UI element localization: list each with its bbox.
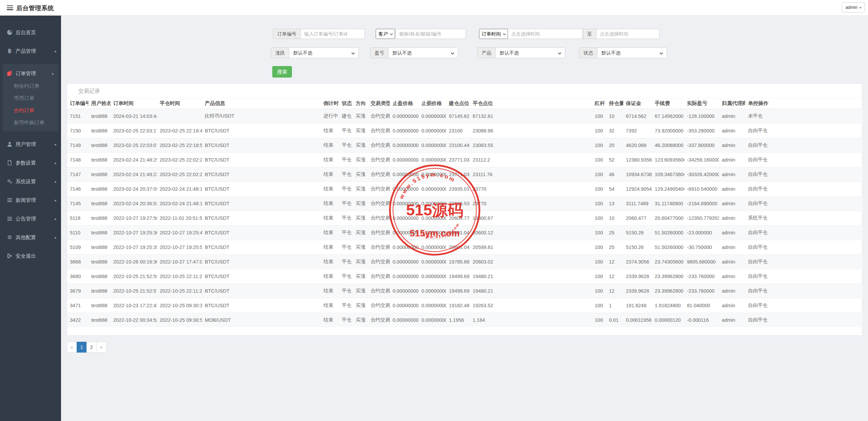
sidebar-subitem[interactable]: 币币订单	[3, 92, 58, 104]
table-cell: 结束	[321, 138, 339, 152]
table-row: 7145test8882023-02-24 20:36:532023-02-24…	[67, 196, 863, 211]
table-cell: 0.00000120	[652, 313, 684, 327]
updown-select[interactable]: 默认不选	[289, 47, 359, 58]
menu-icon[interactable]	[7, 5, 13, 10]
product-link[interactable]: MOB/USDT	[202, 313, 321, 327]
product-link[interactable]: BTC/USDT	[202, 138, 321, 152]
product-link[interactable]: BTC/USDT	[202, 269, 321, 283]
table-cell: 买涨	[353, 313, 368, 327]
table-cell: -233.760000	[684, 283, 719, 298]
sidebar-item-2[interactable]: ฿产品管理▸	[0, 45, 61, 57]
table-cell: 合约交易	[368, 283, 390, 298]
table-cell: 20	[606, 138, 623, 152]
sidebar-item-4[interactable]: 用户管理▸	[0, 139, 61, 150]
order-no-input[interactable]	[300, 29, 365, 39]
product-link[interactable]: BTC/USDT	[202, 240, 321, 254]
table-cell: 合约交易	[368, 109, 390, 123]
table-cell: 2023-02-24 21:48:13	[157, 182, 202, 196]
table-cell: 2023-02-25 22:02:22	[157, 152, 202, 167]
table-cell: 0.00000000	[419, 123, 446, 138]
table-cell: 10	[606, 211, 623, 225]
table-cell: admin	[719, 167, 745, 182]
table-cell: 100	[592, 138, 606, 152]
table-cell: admin	[719, 196, 745, 211]
table-cell: 2023-02-25 22:18:48	[157, 123, 202, 138]
table-cell: 2022-10-27 19:25:36	[111, 225, 157, 240]
table-cell: 12	[606, 254, 623, 269]
table-cell: 结束	[321, 313, 339, 327]
table-cell: 100	[592, 254, 606, 269]
status-label: 状态	[579, 47, 597, 58]
sidebar-item-9[interactable]: 其他配置▸	[0, 232, 61, 243]
time-start-input[interactable]	[508, 29, 583, 39]
product-link[interactable]: BTC/USDT	[202, 211, 321, 225]
table-cell: 2023-02-25 22:03:17	[111, 123, 157, 138]
table-cell: 23771.03	[446, 152, 470, 167]
order-no-group: 订单编号	[273, 29, 365, 39]
table-cell: 2022-10-27 17:47:09	[157, 254, 202, 269]
sidebar-item-label: 订单管理	[16, 70, 36, 76]
profit-select[interactable]: 默认不选	[388, 47, 458, 58]
sidebar-item-8[interactable]: 公告管理▸	[0, 213, 61, 225]
table-cell: 0.00000000	[390, 211, 419, 225]
sidebar-subitem-active[interactable]: 合约订单	[3, 104, 58, 117]
table-cell: -128.100000	[684, 109, 719, 123]
keyword-input[interactable]	[396, 29, 466, 39]
sidebar-item-5[interactable]: 参数设置▸	[0, 157, 61, 169]
table-cell: 13	[606, 196, 623, 211]
table-cell: 100	[592, 283, 606, 298]
product-link[interactable]: BTC/USDT	[202, 152, 321, 167]
product-link[interactable]: BTC/USDT	[202, 196, 321, 211]
table-row: 7146test8882023-02-24 20:37:092023-02-24…	[67, 182, 863, 196]
sidebar-subitem[interactable]: 秒合约订单	[3, 80, 58, 92]
admin-dropdown[interactable]: admin▾	[842, 2, 865, 13]
product-link[interactable]: 比特币/USDT	[202, 109, 321, 123]
table-cell: 0.00000000	[419, 182, 446, 196]
table-cell: 100	[592, 240, 606, 254]
sidebar-subitem[interactable]: 新币申购订单	[3, 117, 58, 129]
status-select[interactable]: 默认不选	[597, 47, 667, 58]
table-cell: 0.00000000	[419, 283, 446, 298]
chevron-right-icon: ▸	[55, 194, 57, 206]
product-link[interactable]: BTC/USDT	[202, 254, 321, 269]
table-cell: 买涨	[353, 283, 368, 298]
table-cell: 7151	[67, 109, 88, 123]
product-link[interactable]: BTC/USDT	[202, 182, 321, 196]
sidebar-item-1[interactable]: 后台首页	[0, 27, 61, 38]
product-link[interactable]: BTC/USDT	[202, 225, 321, 240]
chevron-right-icon: ▸	[55, 213, 57, 225]
table-cell: 自由平仓	[745, 225, 863, 240]
page-button[interactable]: «	[67, 342, 77, 353]
page-button-active[interactable]: 1	[77, 342, 87, 353]
sidebar-item-10[interactable]: 安全退出	[0, 250, 61, 262]
table-cell: 平仓	[339, 254, 353, 269]
product-link[interactable]: BTC/USDT	[202, 167, 321, 182]
product-link[interactable]: BTC/USDT	[202, 283, 321, 298]
table-cell: 2023-02-24 20:37:09	[111, 182, 157, 196]
product-link[interactable]: BTC/USDT	[202, 298, 321, 313]
page-button[interactable]: »	[96, 342, 106, 353]
table-cell: 自由平仓	[745, 254, 863, 269]
table-cell: test888	[88, 313, 111, 327]
table-cell: -34259.160000	[684, 152, 719, 167]
sidebar-item-7[interactable]: 新闻管理▸	[0, 194, 61, 206]
product-link[interactable]: BTC/USDT	[202, 123, 321, 138]
table-cell: 19785.88	[446, 254, 470, 269]
table-cell: 结束	[321, 182, 339, 196]
time-type-select[interactable]: 订单时间	[479, 29, 508, 39]
search-button[interactable]: 搜索	[272, 66, 292, 78]
app-title: 后台管理系统	[16, 4, 54, 12]
page-button[interactable]: 2	[86, 342, 97, 353]
table-cell: test888	[88, 254, 111, 269]
product-select[interactable]: 默认不选	[495, 47, 565, 58]
table-cell: 自由平仓	[745, 123, 863, 138]
customer-select[interactable]: 客户	[376, 29, 395, 39]
table-cell: 买涨	[353, 211, 368, 225]
table-cell: test888	[88, 123, 111, 138]
sidebar-item-6[interactable]: 系统设置▸	[0, 176, 61, 187]
table-cell: 20600.12	[470, 225, 592, 240]
sidebar-item-3[interactable]: 订单管理▸	[3, 68, 58, 79]
table-cell: 67.14562000	[652, 109, 684, 123]
time-end-input[interactable]	[596, 29, 659, 39]
table-cell: 合约交易	[368, 298, 390, 313]
